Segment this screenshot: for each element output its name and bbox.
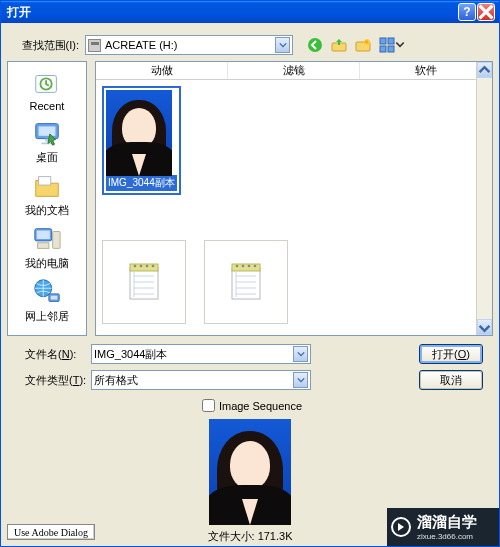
view-menu-button[interactable]	[379, 37, 405, 53]
titlebar[interactable]: 打开 ?	[1, 1, 499, 23]
play-icon	[391, 517, 411, 537]
open-file-dialog: 打开 ? 查找范围(I): ACREATE (H:)	[0, 0, 500, 547]
svg-point-31	[242, 265, 245, 268]
file-listing[interactable]: 动做 滤镜 软件 IMG_3044副本	[95, 61, 493, 336]
look-in-value: ACREATE (H:)	[105, 39, 178, 51]
file-item-doc1[interactable]	[102, 240, 186, 324]
file-type-combobox[interactable]: 所有格式	[91, 370, 311, 390]
look-in-label: 查找范围(I):	[9, 38, 85, 53]
computer-icon	[32, 224, 62, 254]
places-documents-label: 我的文档	[25, 203, 69, 218]
image-sequence-checkbox[interactable]	[202, 399, 215, 412]
image-sequence-label: Image Sequence	[219, 400, 302, 412]
places-desktop-label: 桌面	[36, 150, 58, 165]
places-documents[interactable]: 我的文档	[25, 171, 69, 218]
svg-rect-18	[38, 243, 49, 249]
file-item-label: IMG_3044副本	[106, 175, 177, 191]
use-adobe-dialog-button[interactable]: Use Adobe Dialog	[7, 524, 95, 540]
places-network-label: 网上邻居	[25, 309, 69, 324]
file-name-combobox[interactable]: IMG_3044副本	[91, 344, 311, 364]
drive-icon	[88, 39, 101, 52]
cancel-button[interactable]: 取消	[419, 370, 483, 390]
svg-point-0	[308, 38, 322, 52]
open-button[interactable]: 打开(O)	[419, 344, 483, 364]
places-computer-label: 我的电脑	[25, 256, 69, 271]
svg-rect-5	[388, 38, 394, 44]
places-network[interactable]: 网上邻居	[25, 277, 69, 324]
col-3[interactable]: 软件	[360, 62, 492, 79]
col-2[interactable]: 滤镜	[228, 62, 360, 79]
file-size-text: 文件大小: 171.3K	[208, 529, 293, 544]
window-title: 打开	[5, 4, 457, 21]
file-name-label: 文件名(N):	[11, 347, 87, 362]
chevron-down-icon[interactable]	[293, 372, 308, 388]
col-1[interactable]: 动做	[96, 62, 228, 79]
help-button[interactable]: ?	[458, 3, 476, 21]
new-folder-icon[interactable]	[355, 37, 371, 53]
notepad-icon	[229, 262, 263, 302]
back-icon[interactable]	[307, 37, 323, 53]
svg-point-32	[248, 265, 251, 268]
chevron-down-icon[interactable]	[395, 37, 405, 53]
file-item-doc2[interactable]	[204, 240, 288, 324]
up-one-level-icon[interactable]	[331, 37, 347, 53]
svg-rect-4	[380, 38, 386, 44]
watermark: 溜溜自学 zixue.3d66.com	[387, 508, 499, 546]
desktop-icon	[32, 118, 62, 148]
chevron-down-icon[interactable]	[275, 37, 290, 53]
close-button[interactable]	[477, 3, 495, 21]
scrollbar-vertical[interactable]	[476, 62, 492, 335]
image-thumbnail	[106, 90, 172, 176]
svg-rect-21	[51, 296, 58, 300]
svg-point-25	[140, 265, 143, 268]
svg-rect-6	[380, 46, 386, 52]
svg-point-26	[146, 265, 149, 268]
svg-rect-16	[37, 231, 50, 239]
places-desktop[interactable]: 桌面	[32, 118, 62, 165]
places-recent-label: Recent	[30, 100, 65, 112]
recent-icon	[32, 68, 62, 98]
file-name-value: IMG_3044副本	[94, 347, 167, 362]
svg-point-27	[152, 265, 155, 268]
svg-point-24	[134, 265, 137, 268]
column-headers: 动做 滤镜 软件	[96, 62, 492, 80]
documents-icon	[32, 171, 62, 201]
svg-rect-17	[53, 232, 61, 249]
places-recent[interactable]: Recent	[30, 68, 65, 112]
svg-point-30	[236, 265, 239, 268]
file-type-value: 所有格式	[94, 373, 138, 388]
notepad-icon	[127, 262, 161, 302]
svg-point-33	[254, 265, 257, 268]
file-type-label: 文件类型(T):	[11, 373, 87, 388]
svg-rect-13	[39, 126, 56, 135]
svg-rect-14	[39, 177, 51, 185]
preview-thumbnail	[209, 419, 291, 525]
file-item-selected[interactable]: IMG_3044副本	[102, 86, 181, 195]
places-bar: Recent 桌面 我的文档 我的电脑 网上邻居	[7, 61, 87, 336]
scroll-up-button[interactable]	[477, 62, 492, 78]
scroll-down-button[interactable]	[477, 319, 492, 335]
view-icon	[379, 37, 395, 53]
svg-rect-7	[388, 46, 394, 52]
network-icon	[32, 277, 62, 307]
places-computer[interactable]: 我的电脑	[25, 224, 69, 271]
look-in-combobox[interactable]: ACREATE (H:)	[85, 35, 293, 55]
chevron-down-icon[interactable]	[293, 346, 308, 362]
